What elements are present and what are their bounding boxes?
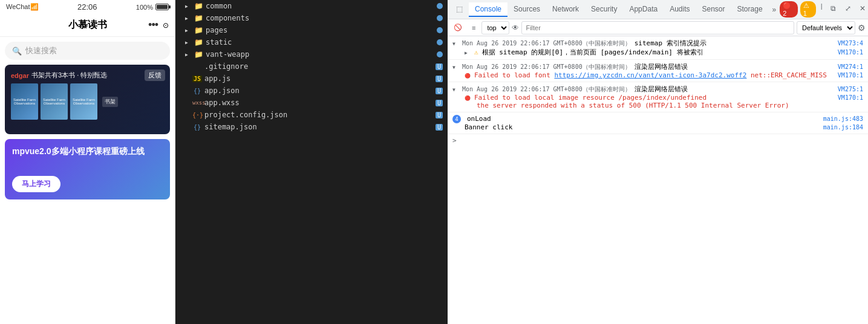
log-sublink-4[interactable]: main.js:184 bbox=[823, 124, 863, 131]
collapse-button[interactable]: ≡ bbox=[468, 23, 479, 33]
prompt-symbol: > bbox=[452, 137, 457, 144]
menu-dots-icon[interactable]: ••• bbox=[148, 19, 158, 31]
mobile-panel: WeChat📶 22:06 100% 小慕读书 ••• ⊙ 🔍 快速搜索 edg… bbox=[0, 0, 175, 324]
tree-item-static[interactable]: ▶ 📁 static bbox=[175, 36, 448, 48]
promo-text: 书架共有3本书 · 特别甄选 bbox=[31, 71, 107, 80]
tree-item-appjson[interactable]: {} app.json U bbox=[175, 85, 448, 97]
tab-more-button[interactable]: » bbox=[769, 3, 780, 16]
record-icon[interactable]: ⊙ bbox=[163, 21, 169, 30]
tree-label-components: components bbox=[206, 14, 434, 22]
font-url-link[interactable]: https://img.yzcdn.cn/vant/vant-icon-3a7d… bbox=[554, 71, 746, 79]
tree-item-common[interactable]: ▶ 📁 common bbox=[175, 0, 448, 12]
log-header-3[interactable]: ▼ Mon Aug 26 2019 22:06:17 GMT+0800（中国标准… bbox=[452, 85, 863, 94]
log-text-4: onLoad bbox=[467, 115, 491, 123]
status-bar: WeChat📶 22:06 100% bbox=[0, 0, 175, 14]
tab-network[interactable]: Network bbox=[546, 2, 585, 17]
tree-arrow-components: ▶ bbox=[185, 16, 191, 21]
separator: | bbox=[818, 1, 825, 18]
app-icons[interactable]: ••• ⊙ bbox=[148, 19, 169, 31]
tree-item-projectconfig[interactable]: {·} project.config.json U bbox=[175, 109, 448, 121]
tree-item-pages[interactable]: ▶ 📁 pages bbox=[175, 24, 448, 36]
log-child-header-3[interactable]: 🔴 Failed to load local image resource /p… bbox=[465, 94, 863, 102]
promo-card-2: mpvue2.0多端小程序课程重磅上线 马上学习 bbox=[5, 139, 170, 199]
tab-elements[interactable]: ⬚ bbox=[450, 2, 469, 17]
log-text-1: sitemap 索引情况提示 bbox=[635, 39, 834, 48]
log-link-2[interactable]: VM274:1 bbox=[838, 63, 863, 70]
js-icon-appjs: JS bbox=[192, 76, 202, 82]
log-child-link-1[interactable]: VM170:1 bbox=[838, 49, 863, 56]
warn-icon-1: ⚠ bbox=[474, 48, 478, 56]
log-child-header-1[interactable]: ▶ ⚠ 根据 sitemap 的规则[0]，当前页面 [pages/index/… bbox=[465, 48, 863, 57]
json-icon-projectconfig: {·} bbox=[192, 112, 202, 118]
context-select[interactable]: top bbox=[481, 21, 509, 34]
settings-icon[interactable]: ⚙ bbox=[858, 23, 866, 33]
log-child-3: 🔴 Failed to load local image resource /p… bbox=[452, 94, 863, 109]
tree-label-appwxss: app.wxss bbox=[204, 99, 433, 107]
tree-item-appwxss[interactable]: wxss app.wxss U bbox=[175, 97, 448, 109]
tab-console[interactable]: Console bbox=[469, 2, 507, 17]
error-badge: 🔴 2 bbox=[780, 1, 797, 18]
tree-item-vant-weapp[interactable]: ▶ 📁 vant-weapp bbox=[175, 48, 448, 60]
tab-storage[interactable]: Storage bbox=[731, 2, 769, 17]
log-child-header-2[interactable]: 🔴 Failed to load font https://img.yzcdn.… bbox=[465, 71, 863, 79]
tab-network-label: Network bbox=[552, 5, 579, 13]
dock-icon[interactable]: ⧉ bbox=[827, 1, 840, 16]
log-child-link-2[interactable]: VM170:1 bbox=[838, 72, 863, 79]
tab-icons: 🔴 2 ⚠ 1 | ⧉ ⤢ ✕ bbox=[780, 1, 868, 18]
log-link-1[interactable]: VM273:4 bbox=[838, 40, 863, 47]
tree-label-sitemapjson: sitemap.json bbox=[204, 123, 433, 131]
book-cover-3: Satellite FarmObservations bbox=[70, 83, 97, 120]
book-image-3: Satellite FarmObservations bbox=[70, 83, 97, 120]
level-select[interactable]: Default levels bbox=[797, 21, 855, 34]
log-entry-4: 4 onLoad main.js:483 Banner click main.j… bbox=[448, 112, 868, 134]
tab-appdata[interactable]: AppData bbox=[623, 2, 664, 17]
tab-sensor[interactable]: Sensor bbox=[696, 2, 731, 17]
tree-item-sitemapjson[interactable]: {} sitemap.json U bbox=[175, 121, 448, 133]
tree-item-gitignore[interactable]: .gitignore U bbox=[175, 60, 448, 73]
console-prompt[interactable]: > bbox=[448, 134, 868, 147]
log-header-1[interactable]: ▼ Mon Aug 26 2019 22:06:17 GMT+0800（中国标准… bbox=[452, 39, 863, 48]
close-devtools-icon[interactable]: ✕ bbox=[857, 1, 868, 16]
log-subentry-4: Banner click main.js:184 bbox=[452, 123, 863, 131]
book-cover-1: Satellite FarmObservations bbox=[11, 83, 38, 120]
eye-icon[interactable]: 👁 bbox=[512, 24, 519, 32]
log-link-3[interactable]: VM275:1 bbox=[838, 86, 863, 92]
tree-label-static: static bbox=[206, 38, 434, 47]
search-icon: 🔍 bbox=[12, 47, 22, 56]
tab-audits[interactable]: Audits bbox=[664, 2, 696, 17]
learn-button[interactable]: 马上学习 bbox=[12, 176, 60, 192]
badge-appwxss: U bbox=[436, 100, 443, 106]
search-bar[interactable]: 🔍 快速搜索 bbox=[5, 42, 170, 60]
log-child-text-1: 根据 sitemap 的规则[0]，当前页面 [pages/index/main… bbox=[482, 48, 703, 57]
devtools-tabs: ⬚ Console Sources Network Security AppDa… bbox=[448, 0, 868, 19]
tab-security[interactable]: Security bbox=[585, 2, 623, 17]
app-header: 小慕读书 ••• ⊙ bbox=[0, 14, 175, 37]
folder-icon-static: 📁 bbox=[194, 38, 203, 47]
tree-item-appjs[interactable]: JS app.js U bbox=[175, 73, 448, 85]
warn-badge: ⚠ 1 bbox=[800, 1, 816, 18]
log-link-4[interactable]: main.js:483 bbox=[823, 115, 863, 122]
log-child-link-3[interactable]: VM170:1 bbox=[838, 94, 863, 101]
tab-storage-label: Storage bbox=[737, 5, 763, 13]
filter-input[interactable] bbox=[521, 21, 794, 34]
promo-card-1: edgar 书架共有3本书 · 特别甄选 反馈 Satellite FarmOb… bbox=[5, 65, 170, 134]
log-header-2[interactable]: ▼ Mon Aug 26 2019 22:06:17 GMT+0800（中国标准… bbox=[452, 62, 863, 71]
promo-badge[interactable]: 反馈 bbox=[145, 70, 165, 81]
log-header-4[interactable]: 4 onLoad main.js:483 bbox=[452, 115, 863, 123]
clear-console-button[interactable]: 🚫 bbox=[450, 22, 466, 33]
log-child-1: ▶ ⚠ 根据 sitemap 的规则[0]，当前页面 [pages/index/… bbox=[452, 48, 863, 57]
tab-sources[interactable]: Sources bbox=[507, 2, 546, 17]
expand-icon[interactable]: ⤢ bbox=[842, 1, 854, 16]
log-child-text-3: Failed to load local image resource /pag… bbox=[474, 94, 706, 102]
log-text-3: 渲染层网络层错误 bbox=[635, 85, 834, 94]
log-child-2: 🔴 Failed to load font https://img.yzcdn.… bbox=[452, 71, 863, 79]
tree-label-common: common bbox=[206, 2, 434, 10]
tab-console-label: Console bbox=[475, 5, 501, 13]
search-placeholder: 快速搜索 bbox=[25, 45, 57, 56]
tree-label-appjson: app.json bbox=[204, 86, 433, 95]
json-icon-appjson: {} bbox=[192, 88, 202, 94]
tree-arrow-common: ▶ bbox=[185, 4, 191, 9]
tree-item-components[interactable]: ▶ 📁 components bbox=[175, 12, 448, 24]
tree-label-gitignore: .gitignore bbox=[204, 62, 433, 71]
tab-security-label: Security bbox=[591, 5, 617, 13]
